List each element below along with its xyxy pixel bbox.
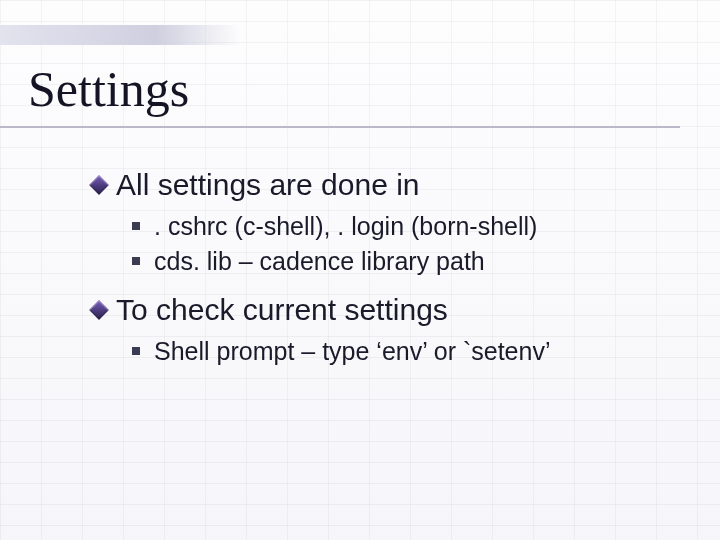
top-accent-bar bbox=[0, 25, 240, 45]
bullet-text: All settings are done in bbox=[116, 166, 420, 204]
bullet-level2: . cshrc (c-shell), . login (born-shell) bbox=[132, 210, 690, 242]
sublist: Shell prompt – type ‘env’ or `setenv’ bbox=[132, 335, 690, 367]
diamond-bullet-icon bbox=[89, 175, 109, 195]
diamond-bullet-icon bbox=[89, 300, 109, 320]
square-bullet-icon bbox=[132, 222, 140, 230]
bullet-level1: To check current settings bbox=[92, 291, 690, 329]
bullet-level2: cds. lib – cadence library path bbox=[132, 245, 690, 277]
slide: Settings All settings are done in . cshr… bbox=[0, 0, 720, 540]
bullet-level1: All settings are done in bbox=[92, 166, 690, 204]
bullet-text: To check current settings bbox=[116, 291, 448, 329]
bullet-level2: Shell prompt – type ‘env’ or `setenv’ bbox=[132, 335, 690, 367]
title-underline bbox=[0, 126, 680, 128]
sub-bullet-text: . cshrc (c-shell), . login (born-shell) bbox=[154, 210, 537, 242]
slide-title: Settings bbox=[28, 60, 189, 118]
slide-body: All settings are done in . cshrc (c-shel… bbox=[92, 160, 690, 381]
square-bullet-icon bbox=[132, 257, 140, 265]
sublist: . cshrc (c-shell), . login (born-shell) … bbox=[132, 210, 690, 277]
sub-bullet-text: cds. lib – cadence library path bbox=[154, 245, 485, 277]
sub-bullet-text: Shell prompt – type ‘env’ or `setenv’ bbox=[154, 335, 550, 367]
square-bullet-icon bbox=[132, 347, 140, 355]
